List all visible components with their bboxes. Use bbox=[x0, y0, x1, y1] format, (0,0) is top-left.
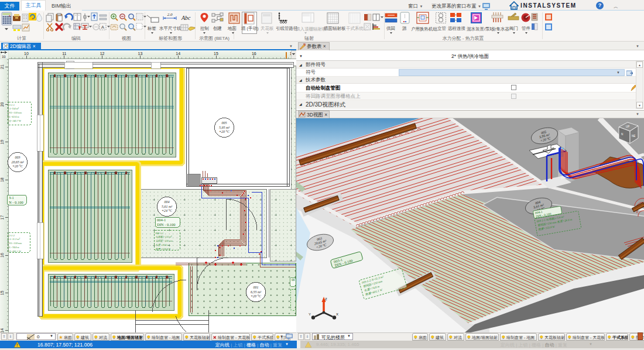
svg-text:+20 °C: +20 °C bbox=[12, 164, 23, 168]
svg-text:A: A bbox=[101, 25, 105, 30]
svg-text:20,65 m²: 20,65 m² bbox=[11, 160, 23, 164]
svg-text:Q=601.1 W: Q=601.1 W bbox=[9, 250, 22, 253]
svg-text:A(地板)=5.6 m²: A(地板)=5.6 m² bbox=[155, 235, 173, 238]
svg-text:005: 005 bbox=[222, 121, 227, 125]
svg-text:5,61 m²: 5,61 m² bbox=[162, 205, 172, 208]
svg-text:3-1: 3-1 bbox=[9, 195, 14, 200]
svg-text:18: 18 bbox=[0, 177, 4, 182]
svg-text:2.0: 2.0 bbox=[167, 12, 173, 17]
svg-text:X: X bbox=[336, 313, 338, 316]
svg-text:10: 10 bbox=[24, 52, 29, 56]
svg-text:19: 19 bbox=[0, 140, 4, 145]
svg-text:3-1-1: 3-1-1 bbox=[9, 104, 15, 107]
svg-text:VA=150 mm: VA=150 mm bbox=[9, 242, 22, 245]
svg-text:004-1-1: 004-1-1 bbox=[156, 232, 164, 235]
svg-text:6,55 m²: 6,55 m² bbox=[251, 290, 261, 294]
svg-text:长度=26.6 m: 长度=26.6 m bbox=[156, 243, 169, 246]
svg-text:16: 16 bbox=[0, 253, 4, 258]
svg-text:L=63.6 m: L=63.6 m bbox=[9, 115, 19, 118]
svg-text:Z: Z bbox=[325, 297, 327, 301]
svg-text:20: 20 bbox=[0, 102, 4, 107]
svg-text:001: 001 bbox=[254, 286, 259, 289]
svg-text:A=11.3 m²: A=11.3 m² bbox=[9, 238, 20, 241]
svg-text:15: 15 bbox=[214, 52, 218, 56]
svg-text:DIN - 0.100: DIN - 0.100 bbox=[157, 222, 176, 227]
svg-text:热量=333.8 W: 热量=333.8 W bbox=[156, 248, 171, 251]
svg-text:17: 17 bbox=[0, 215, 4, 220]
svg-text:A=9.4 m²: A=9.4 m² bbox=[9, 107, 19, 110]
svg-text:004-1: 004-1 bbox=[157, 218, 166, 222]
svg-text:L=74.8 m: L=74.8 m bbox=[9, 246, 19, 249]
svg-text:+20 °C: +20 °C bbox=[219, 130, 230, 133]
svg-text:004: 004 bbox=[165, 200, 170, 204]
svg-text:Q=343.7 W: Q=343.7 W bbox=[9, 119, 22, 122]
svg-text:003: 003 bbox=[15, 156, 20, 159]
svg-text:Y: Y bbox=[309, 313, 311, 316]
svg-text:管间距=150 mm: 管间距=150 mm bbox=[156, 239, 173, 242]
svg-text:Abc: Abc bbox=[181, 15, 191, 21]
svg-text:3-1-2: 3-1-2 bbox=[9, 234, 15, 237]
svg-text:14: 14 bbox=[176, 52, 180, 56]
svg-text:33: 33 bbox=[2, 55, 6, 59]
svg-text:12: 12 bbox=[100, 52, 105, 56]
svg-text:NE: NE bbox=[632, 135, 635, 138]
svg-text:N: N bbox=[621, 133, 623, 136]
svg-text:+20 °C: +20 °C bbox=[251, 294, 262, 298]
svg-text:+24 °C: +24 °C bbox=[162, 209, 173, 212]
svg-text:13: 13 bbox=[138, 52, 143, 56]
svg-text:5,95 m²: 5,95 m² bbox=[219, 126, 229, 129]
svg-text:16: 16 bbox=[252, 52, 256, 56]
svg-text:21: 21 bbox=[0, 64, 4, 69]
svg-text:11: 11 bbox=[62, 52, 66, 56]
svg-text:VA=150 mm: VA=150 mm bbox=[9, 111, 22, 114]
svg-text:15: 15 bbox=[0, 290, 4, 295]
svg-text:!: ! bbox=[16, 343, 18, 347]
svg-text:N - 0.100: N - 0.100 bbox=[9, 200, 23, 204]
svg-text:UP: UP bbox=[626, 125, 629, 128]
svg-text:00: 00 bbox=[292, 278, 295, 282]
svg-text:14: 14 bbox=[0, 328, 4, 332]
